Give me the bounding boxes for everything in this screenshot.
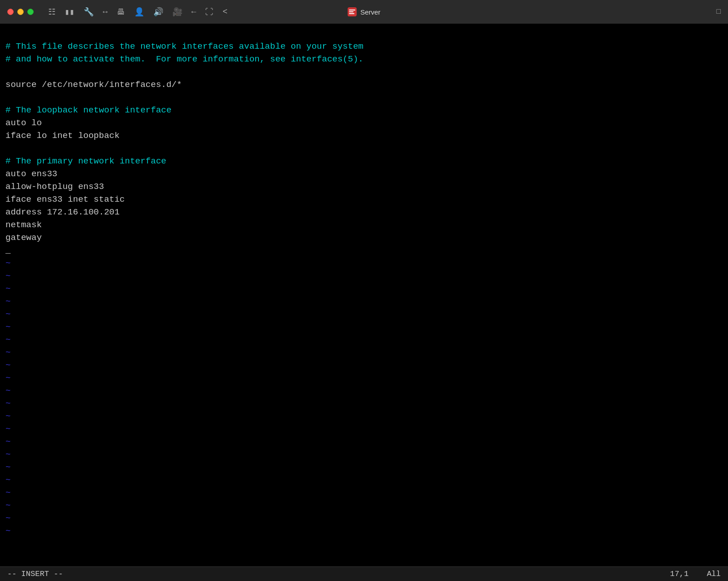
- toolbar-icons: ☷ ▮▮ 🔧 ↔ 🖶 👤 🔊 🎥 ← ⛶ <: [48, 7, 228, 17]
- vim-mode: -- INSERT --: [7, 570, 63, 578]
- line-16: gateway: [5, 233, 42, 243]
- svg-rect-1: [349, 10, 355, 10]
- panel-icon[interactable]: ▮▮: [65, 7, 75, 17]
- line-15: netmask: [5, 220, 42, 230]
- line-4: source /etc/network/interfaces.d/*: [5, 80, 182, 90]
- tilde-18: ~: [5, 475, 10, 485]
- line-9: [5, 143, 10, 153]
- editor-content: # This file describes the network interf…: [5, 27, 723, 550]
- window: ☷ ▮▮ 🔧 ↔ 🖶 👤 🔊 🎥 ← ⛶ < Server □: [0, 0, 728, 581]
- window-title: Server: [360, 8, 380, 16]
- person-icon[interactable]: 👤: [134, 7, 144, 17]
- screenshot-icon[interactable]: ⛶: [205, 7, 213, 17]
- line-14: address 172.16.100.201: [5, 207, 120, 217]
- line-2: # and how to activate them. For more inf…: [5, 54, 364, 64]
- tilde-5: ~: [5, 309, 10, 319]
- line-1: # This file describes the network interf…: [5, 41, 364, 51]
- close-button[interactable]: [7, 9, 14, 15]
- tilde-17: ~: [5, 462, 10, 472]
- maximize-button[interactable]: [27, 9, 34, 15]
- line-10: # The primary network interface: [5, 156, 166, 166]
- svg-rect-2: [349, 11, 354, 12]
- editor-area[interactable]: # This file describes the network interf…: [0, 24, 728, 566]
- traffic-lights: [7, 9, 34, 15]
- tilde-9: ~: [5, 360, 10, 370]
- title-area: Server: [348, 7, 380, 16]
- tilde-4: ~: [5, 296, 10, 306]
- statusbar: -- INSERT -- 17,1 All: [0, 566, 728, 581]
- tilde-10: ~: [5, 373, 10, 383]
- tilde-16: ~: [5, 449, 10, 459]
- tilde-8: ~: [5, 347, 10, 357]
- tilde-12: ~: [5, 398, 10, 408]
- tilde-15: ~: [5, 437, 10, 447]
- camera-icon[interactable]: 🎥: [172, 7, 182, 17]
- line-6: # The loopback network interface: [5, 105, 172, 115]
- cursor-position: 17,1: [670, 570, 689, 578]
- tilde-11: ~: [5, 386, 10, 396]
- fullscreen-icon[interactable]: □: [716, 8, 721, 16]
- minimize-button[interactable]: [17, 9, 24, 15]
- back-forward-icon[interactable]: ↔: [103, 7, 108, 16]
- app-icon: [348, 7, 357, 16]
- tilde-2: ~: [5, 271, 10, 281]
- tilde-3: ~: [5, 284, 10, 294]
- line-12: allow-hotplug ens33: [5, 182, 104, 192]
- tilde-7: ~: [5, 335, 10, 345]
- scroll-position: All: [707, 570, 721, 578]
- tilde-6: ~: [5, 322, 10, 332]
- tilde-20: ~: [5, 500, 10, 510]
- line-8: iface lo inet loopback: [5, 131, 120, 141]
- wrench-icon[interactable]: 🔧: [84, 7, 94, 17]
- tilde-19: ~: [5, 488, 10, 498]
- line-7: auto lo: [5, 118, 42, 128]
- line-3: [5, 67, 10, 77]
- status-right: 17,1 All: [670, 570, 721, 578]
- line-13: iface ens33 inet static: [5, 194, 125, 204]
- sidebar-toggle-icon[interactable]: ☷: [48, 7, 56, 17]
- line-11: auto ens33: [5, 169, 57, 179]
- tilde-14: ~: [5, 424, 10, 434]
- tilde-21: ~: [5, 513, 10, 523]
- chevron-left-icon[interactable]: <: [222, 7, 228, 16]
- svg-rect-3: [349, 13, 354, 14]
- tilde-22: ~: [5, 526, 10, 536]
- tilde-1: ~: [5, 258, 10, 268]
- tilde-13: ~: [5, 411, 10, 421]
- line-5: [5, 92, 10, 102]
- line-17-cursor: _: [5, 245, 10, 255]
- print-icon[interactable]: 🖶: [117, 7, 125, 17]
- volume-icon[interactable]: 🔊: [153, 7, 163, 17]
- share-icon[interactable]: ←: [192, 7, 197, 16]
- titlebar: ☷ ▮▮ 🔧 ↔ 🖶 👤 🔊 🎥 ← ⛶ < Server □: [0, 0, 728, 24]
- window-controls-right: □: [716, 8, 721, 16]
